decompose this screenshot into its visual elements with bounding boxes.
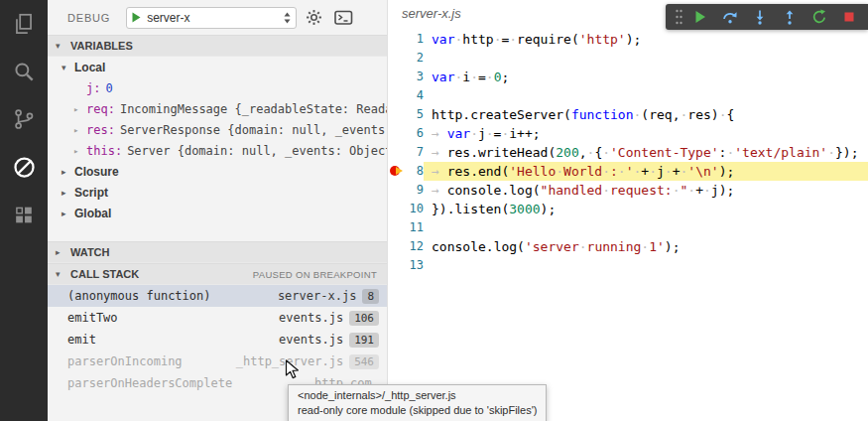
drag-handle[interactable]	[672, 8, 685, 26]
scope-global[interactable]: ▸Global	[48, 203, 387, 223]
variable-j[interactable]: j:0	[48, 77, 387, 98]
code-token: 'text/plain'	[734, 145, 827, 160]
code-line-12[interactable]: 12console.log('server·running·1');	[388, 237, 868, 256]
variable-this[interactable]: ▸this:Server {domain: null, _events: Obj…	[48, 140, 387, 161]
code-token: res	[447, 164, 470, 179]
variable-res[interactable]: ▸res:ServerResponse {domain: null, _even…	[48, 119, 387, 140]
line-number[interactable]: 7	[404, 143, 424, 162]
breakpoint-gutter[interactable]	[388, 200, 404, 218]
chevron-collapsed-icon: ▸	[73, 146, 86, 156]
line-number[interactable]: 12	[404, 237, 424, 256]
code-line-11[interactable]: 11	[388, 218, 868, 237]
watch-section-header[interactable]: ▸ WATCH	[48, 241, 387, 263]
files-icon	[11, 11, 37, 37]
step-into-button[interactable]	[745, 4, 775, 30]
scope-label: Script	[74, 186, 108, 200]
code-token: end	[478, 164, 501, 179]
debug-console-button[interactable]	[330, 6, 356, 30]
code-line-6[interactable]: 6→var·j·=·i++;	[388, 124, 868, 143]
code-token: function	[571, 107, 634, 122]
line-number[interactable]: 11	[404, 218, 424, 237]
code-line-9[interactable]: 9→console.log("handled·request:·"·+·j);	[388, 181, 868, 200]
breakpoint-gutter[interactable]	[388, 68, 404, 86]
continue-button[interactable]	[685, 4, 715, 30]
breakpoint-gutter[interactable]	[388, 181, 404, 200]
breakpoint-gutter[interactable]	[388, 49, 404, 68]
line-number[interactable]: 6	[404, 124, 424, 143]
launch-config-select[interactable]: server-x	[126, 7, 297, 29]
line-number[interactable]: 8	[404, 162, 424, 181]
code-text	[424, 86, 868, 105]
variable-value: ServerResponse {domain: null, _events: O…	[120, 123, 387, 137]
breakpoint-gutter[interactable]	[388, 218, 404, 237]
code-line-2[interactable]: 2	[388, 49, 868, 68]
editor: server-x.js 1var·http·=·require('http');…	[387, 0, 868, 421]
line-number[interactable]: 10	[404, 200, 424, 218]
debug-icon	[11, 154, 38, 181]
activity-item-search[interactable]	[0, 48, 48, 95]
activity-item-extensions[interactable]	[0, 191, 48, 238]
code-line-5[interactable]: 5http.createServer(function·(req,·res)·{	[388, 105, 868, 124]
line-number[interactable]: 5	[404, 105, 424, 124]
configure-gear-button[interactable]	[301, 6, 326, 30]
code-line-1[interactable]: 1var·http·=·require('http');	[388, 30, 868, 49]
code-token: ·	[618, 164, 626, 179]
breakpoint-gutter[interactable]	[388, 124, 404, 143]
extensions-icon	[12, 203, 37, 227]
code-line-3[interactable]: 3var·i·=·0;	[388, 68, 868, 86]
chevron-collapsed-icon: ▸	[73, 104, 86, 114]
breakpoint-gutter[interactable]	[388, 162, 404, 181]
stack-frame-2[interactable]: emitevents.js191	[48, 329, 387, 351]
callstack-label: CALL STACK	[70, 268, 139, 280]
breakpoint-gutter[interactable]	[388, 86, 404, 105]
stack-frame-3[interactable]: parserOnIncoming_http_server.js546	[48, 351, 387, 372]
stack-frame-0[interactable]: (anonymous function)server-x.js8	[48, 285, 387, 307]
stop-button[interactable]	[834, 4, 864, 30]
select-arrows-icon	[284, 12, 291, 24]
breakpoint-gutter[interactable]	[388, 30, 404, 49]
line-number[interactable]: 9	[404, 181, 424, 200]
code-line-4[interactable]: 4	[388, 86, 868, 105]
search-icon	[11, 59, 37, 84]
start-debug-icon	[132, 12, 141, 23]
frame-file: events.js	[279, 311, 343, 325]
scope-closure[interactable]: ▸Closure	[48, 161, 387, 182]
activity-item-debug[interactable]	[0, 143, 48, 191]
line-number[interactable]: 2	[404, 49, 424, 68]
code-line-7[interactable]: 7→res.writeHead(200,·{·'Content-Type':·'…	[388, 143, 868, 162]
line-number[interactable]: 4	[404, 86, 424, 105]
chevron-collapsed-icon: ▸	[62, 167, 74, 177]
line-number[interactable]: 13	[404, 256, 424, 275]
callstack-section-header[interactable]: ▾ CALL STACK PAUSED ON BREAKPOINT	[48, 263, 387, 285]
breakpoint-gutter[interactable]	[388, 105, 404, 124]
debug-toolbar	[666, 4, 868, 30]
activity-item-source-control[interactable]	[0, 95, 48, 143]
restart-button[interactable]	[805, 4, 834, 30]
editor-filename: server-x.js	[402, 6, 461, 21]
scope-local[interactable]: ▾Local	[48, 57, 387, 77]
code-token: request:	[610, 183, 673, 198]
step-out-button[interactable]	[775, 4, 805, 30]
variable-req[interactable]: ▸req:IncomingMessage {_readableState: Re…	[48, 98, 387, 119]
variables-section-header[interactable]: ▾ VARIABLES	[48, 35, 387, 57]
line-number[interactable]: 1	[404, 30, 424, 49]
code-token: 'Hello	[509, 164, 556, 179]
stack-frame-1[interactable]: emitTwoevents.js106	[48, 307, 387, 329]
breakpoint-gutter[interactable]	[388, 143, 404, 162]
code-line-10[interactable]: 10}).listen(3000);	[388, 200, 868, 218]
git-branch-icon	[11, 106, 37, 132]
scope-script[interactable]: ▸Script	[48, 182, 387, 203]
breakpoint-gutter[interactable]	[388, 237, 404, 256]
code-line-13[interactable]: 13	[388, 256, 868, 275]
code-token: ·	[470, 70, 478, 84]
code-area[interactable]: 1var·http·=·require('http');23var·i·=·0;…	[388, 30, 868, 275]
activity-item-explorer[interactable]	[0, 0, 48, 48]
step-over-button[interactable]	[715, 4, 745, 30]
code-token: createServer	[470, 107, 563, 122]
code-token: .	[470, 145, 478, 160]
tooltip-path: <node_internals>/_http_server.js	[298, 388, 537, 403]
line-number[interactable]: 3	[404, 68, 424, 86]
code-line-8[interactable]: 8→res.end('Hello·World·:·'·+·j·+·'\n');	[388, 162, 868, 181]
breakpoint-gutter[interactable]	[388, 256, 404, 275]
code-token: +	[641, 164, 649, 179]
